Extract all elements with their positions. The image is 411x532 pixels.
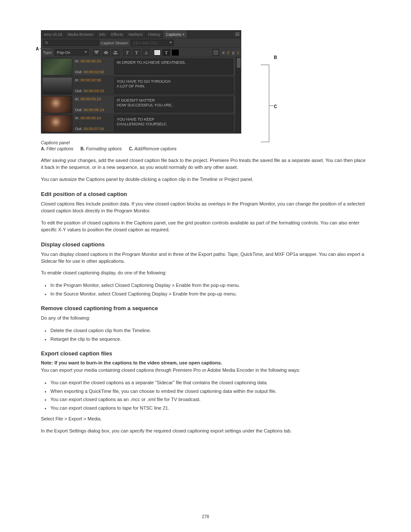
caption-stream-label: Caption Stream: [101, 41, 129, 45]
list-item: In the Program Monitor, select Closed Ca… [50, 282, 366, 289]
align-bottom-button[interactable] [112, 49, 119, 56]
in-timecode[interactable]: 00:00:03:15 [81, 97, 101, 101]
italic-button[interactable]: T [123, 49, 131, 56]
text-color-swatch[interactable] [154, 50, 161, 56]
list-item: You can export closed captions as an .mc… [50, 396, 366, 403]
out-label: Out: [75, 89, 82, 93]
close-icon[interactable]: × [182, 32, 184, 37]
chevron-down-icon [84, 51, 87, 53]
tab-emo[interactable]: emo v3.18 [41, 31, 65, 38]
caption-thumbnail [42, 115, 72, 132]
heading-export-cc: Export closed caption files [41, 350, 366, 357]
tab-markers[interactable]: Markers [126, 31, 146, 38]
caption-row[interactable]: In:00:00:05:14 Out:00:00:07:04 YOU HAVE … [41, 114, 236, 133]
caption-text-field[interactable]: YOU HAVE TO GO THROUGH A LOT OF PAIN. [114, 78, 233, 93]
callout-label-b: B [274, 55, 277, 60]
paragraph: You can export your media containing clo… [41, 367, 366, 374]
list-item: In the Source Monitor, select Closed Cap… [50, 290, 366, 298]
list-item: You can export closed captions to tape f… [50, 404, 366, 412]
caption-stream-value: CEA-608 CC1 [133, 41, 158, 45]
callout-leader [269, 106, 274, 106]
caption-times: In:00:00:05:14 Out:00:00:07:04 [73, 114, 114, 133]
paragraph: To edit the position of closed captions … [41, 220, 366, 233]
svg-rect-1 [235, 34, 240, 34]
align-top-button[interactable] [93, 49, 100, 56]
callout-leader [40, 48, 50, 49]
svg-rect-6 [95, 52, 98, 53]
in-timecode[interactable]: 00:00:00:23 [81, 59, 101, 63]
caption-thumbnail [42, 96, 72, 113]
callout-label-c: C [274, 104, 277, 109]
caption-row[interactable]: In:00:00:02:06 Out:00:00:03:15 YOU HAVE … [41, 76, 236, 95]
out-timecode[interactable]: 00:00:05:14 [84, 108, 104, 112]
caption-text-field[interactable]: IN ORDER TO ACHIEVE GREATNESS, [114, 59, 233, 75]
paragraph: Closed captions files include position d… [41, 201, 366, 215]
y-value[interactable]: 1 [237, 50, 239, 55]
list-item: When exporting a QuickTime file, you can… [50, 388, 366, 395]
align-middle-button[interactable] [102, 49, 110, 56]
legend-text-b: Formatting options [86, 146, 122, 151]
panel-menu-icon[interactable] [234, 31, 241, 38]
svg-rect-14 [214, 50, 218, 55]
underline-button[interactable]: T [133, 49, 140, 56]
x-value[interactable]: 2 [227, 50, 229, 55]
callout-label-a: A [36, 47, 39, 51]
paragraph: In the Export Settings dialog box, you c… [41, 428, 366, 435]
in-timecode[interactable]: 00:00:05:14 [81, 116, 101, 120]
svg-rect-11 [114, 51, 117, 52]
caption-times: In:00:00:02:06 Out:00:00:03:15 [73, 76, 114, 95]
svg-rect-8 [105, 51, 107, 52]
caption-text-field[interactable]: YOU HAVE TO KEEP CHALLENGING YOURSELF, [114, 115, 233, 131]
tab-media-browser[interactable]: Media Browser [65, 31, 97, 38]
type-dropdown[interactable]: Pop-On [54, 49, 89, 56]
note: Note: If you want to burn-in the caption… [41, 360, 366, 365]
music-note-button[interactable]: ♫ [142, 49, 150, 56]
tab-history[interactable]: History [146, 31, 163, 38]
out-timecode[interactable]: 00:00:02:06 [84, 70, 104, 74]
legend-key-b: B. [81, 146, 85, 151]
caption-row[interactable]: In:00:00:00:23 Out:00:00:02:06 IN ORDER … [41, 57, 236, 76]
paragraph: To enable closed captioning display, do … [41, 270, 366, 277]
caption-times: In:00:00:00:23 Out:00:00:02:06 [73, 57, 114, 76]
heading-display-cc: Display closed captions [41, 241, 366, 248]
tab-info[interactable]: Info [97, 31, 109, 38]
chevron-down-icon [169, 42, 172, 44]
legend-text-a: Filter captions [47, 146, 73, 151]
caption-row[interactable]: In:00:00:03:15 Out:00:00:05:14 IT DOESN'… [41, 95, 236, 114]
tab-effects[interactable]: Effects [109, 31, 126, 38]
x-label: x: [222, 50, 225, 55]
svg-rect-5 [94, 51, 99, 52]
legend-key-c: C. [129, 146, 133, 151]
paragraph: After saving your changes, add the saved… [41, 157, 366, 171]
paragraph: Select File > Export > Media. [41, 416, 366, 423]
tab-captions[interactable]: Captions × [163, 31, 187, 38]
filter-captions-input[interactable] [43, 40, 99, 46]
heading-remove-cc: Remove closed captioning from a sequence [41, 305, 366, 311]
callout-bracket [261, 65, 269, 142]
list-item: Delete the closed caption clip from the … [50, 327, 366, 334]
paragraph: Do any of the following: [41, 315, 366, 322]
svg-rect-9 [104, 52, 108, 53]
caption-stream-dropdown[interactable]: CEA-608 CC1 [131, 40, 174, 46]
figure-caption: Captions panel [41, 140, 374, 145]
text-style-button[interactable]: T [162, 49, 170, 56]
svg-rect-0 [235, 33, 240, 33]
svg-line-4 [47, 44, 49, 45]
legend-key-a: A. [41, 146, 45, 151]
out-label: Out: [75, 70, 82, 74]
scrollbar[interactable] [236, 57, 241, 133]
caption-text-field[interactable]: IT DOESN'T MATTER HOW SUCCESSFUL YOU ARE… [114, 96, 233, 112]
search-icon [45, 41, 49, 45]
out-timecode[interactable]: 00:00:07:04 [84, 127, 104, 131]
heading-edit-position: Edit position of a closed caption [41, 191, 366, 197]
scrollbar-thumb[interactable] [237, 58, 240, 68]
out-timecode[interactable]: 00:00:03:15 [84, 89, 104, 93]
caption-thumbnail [42, 58, 72, 75]
separator [90, 50, 91, 56]
svg-point-3 [45, 41, 47, 44]
panel-tabs: emo v3.18 Media Browser Info Effects Mar… [41, 31, 241, 38]
in-label: In: [75, 97, 79, 101]
bg-color-swatch[interactable] [172, 50, 179, 56]
grid-position-button[interactable] [212, 49, 219, 56]
in-timecode[interactable]: 00:00:02:06 [81, 78, 101, 82]
